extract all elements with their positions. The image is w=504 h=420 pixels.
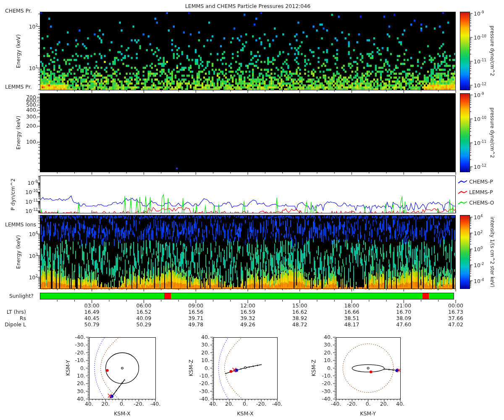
orbit-y-tick-label: 40. — [201, 335, 210, 340]
cb2-tick-label: 10-11 — [474, 140, 486, 146]
cb2-tick-label: 10-9 — [474, 92, 484, 98]
cb1-tick-label: 10-10 — [474, 34, 486, 41]
orbit-x-tick-label: -20. — [134, 402, 144, 407]
chems-pressure-spectrogram — [40, 12, 456, 90]
time-tick-label: 21:00 — [396, 303, 411, 309]
orbit-x-tick-label: 0. — [243, 402, 248, 407]
legend-label-chems-o: CHEMS-O — [469, 200, 494, 206]
orbit-y-tick-label: 40. — [77, 396, 85, 402]
orbit-x-tick-label: 40. — [85, 402, 93, 407]
cb2-tick-label: 10-10 — [474, 116, 486, 122]
orbit-x-tick-label: -20. — [256, 402, 266, 407]
orbit-y-tick-label: -10. — [75, 358, 85, 363]
orbit-y-tick-label: -40. — [322, 396, 332, 402]
orbit-plot-ksmy-ksmz — [336, 337, 400, 399]
pressure-tick-label: 10-9 — [28, 180, 38, 186]
orbit-x-tick-label: -40. — [150, 402, 160, 407]
orbit-y-tick-label: -30. — [200, 388, 210, 394]
pressure-line-plot — [40, 176, 456, 213]
panel-label-chems-pr: CHEMS Pr. — [5, 8, 32, 14]
orbit-y-tick-label: -30. — [322, 388, 332, 394]
energy-tick-label: 300. — [26, 114, 38, 120]
orbit-x-tick-label: -40. — [331, 402, 341, 407]
cb3-tick-label: 102 — [474, 230, 483, 236]
row-value: 39.71 — [188, 316, 203, 321]
orbit-y-tick-label: 20. — [201, 350, 210, 356]
pressure-colorbar-middle — [460, 93, 470, 172]
row-value: 38.09 — [396, 316, 411, 321]
row-value: 40.45 — [84, 316, 100, 321]
row-value: 38.51 — [344, 316, 360, 321]
orbit-x-tick-label: 40. — [396, 402, 404, 407]
orbit-y-tick-label: -20. — [322, 381, 332, 386]
sunlight-off-segment — [164, 293, 171, 299]
cb1-tick-label: 10-11 — [474, 58, 486, 65]
sunlight-off-segment — [423, 293, 429, 299]
cb3-tick-label: 10-2 — [474, 262, 484, 268]
row-value: 16.66 — [344, 310, 360, 315]
orbit3-ylabel: KSM-Z — [311, 360, 317, 376]
pressure-tick-label: 10-11 — [25, 198, 38, 205]
orbit2-ylabel: KSM-Z — [189, 360, 194, 376]
orbit-y-tick-label: -20. — [200, 381, 210, 386]
energy-tick-label: 100. — [26, 139, 38, 145]
orbit-y-tick-label: 20. — [77, 381, 85, 386]
colorbar-label-pressure-1: pressure dyne/cm^2 — [489, 26, 494, 76]
colorbar-label-intensity: intensity 1/(s cm^2 ster keV) — [489, 217, 494, 288]
legend-label-lemms-p: LEMMS-P — [469, 190, 493, 195]
energy-tick-label: 102 — [29, 274, 38, 281]
legend-label-chems-p: CHEMS-P — [469, 179, 493, 185]
row-value: 47.60 — [396, 322, 411, 328]
orbit1-xlabel: KSM-X — [114, 411, 130, 417]
orbit3-xlabel: KSM-Y — [360, 411, 376, 417]
row-value: 37.66 — [448, 316, 463, 321]
orbit-plot-ksmx-ksmy — [89, 337, 155, 399]
energy-tick-label: 400. — [26, 108, 38, 113]
panel-label-lemms-pr: LEMMS Pr. — [5, 84, 32, 90]
orbit-y-tick-label: 30. — [77, 388, 85, 394]
energy-tick-label: 103 — [29, 252, 38, 259]
orbit-y-tick-label: 10. — [77, 373, 85, 379]
row-value: 49.78 — [188, 322, 203, 328]
orbit1-ylabel: KSM-Y — [66, 360, 71, 376]
time-tick-label: 12:00 — [240, 303, 255, 309]
orbit-plot-ksmx-ksmz — [213, 337, 277, 399]
orbit-x-tick-label: 20. — [102, 402, 110, 407]
orbit-y-tick-label: -30. — [75, 342, 85, 348]
orbit-x-tick-label: -40. — [272, 402, 282, 407]
orbit-x-tick-label: -20. — [347, 402, 357, 407]
cb3-tick-label: 100 — [474, 246, 483, 252]
intensity-colorbar — [460, 215, 470, 289]
cb1-tick-label: 10-12 — [474, 82, 486, 89]
pressure-colorbar-top — [460, 12, 470, 90]
lemms-pressure-spectrogram — [40, 93, 456, 172]
pressure-tick-label: 10-10 — [25, 189, 38, 195]
cb3-tick-label: 10-4 — [474, 278, 484, 284]
orbit-y-tick-label: 0. — [80, 365, 85, 371]
row-value: 47.02 — [448, 322, 463, 328]
row-value: 16.59 — [240, 310, 255, 315]
orbit-y-tick-label: -40. — [75, 335, 85, 340]
orbit-y-tick-label: -40. — [200, 396, 210, 402]
row-value: 38.92 — [292, 316, 307, 321]
row-value: 16.73 — [448, 310, 463, 315]
energy-tick-label: 104 — [29, 231, 38, 237]
orbit-x-tick-label: 20. — [225, 402, 234, 407]
time-tick-label: 03:00 — [84, 303, 100, 309]
row-value: 50.29 — [136, 322, 152, 328]
lemms-ions-spectrogram — [40, 215, 456, 289]
cb2-tick-label: 10-12 — [474, 164, 486, 170]
time-tick-label: 00:00 — [448, 303, 463, 309]
axis-label-energy-3: Energy (keV) — [16, 235, 21, 269]
cb3-tick-label: 104 — [474, 214, 483, 220]
orbit-y-tick-label: 10. — [201, 358, 210, 363]
orbit-x-tick-label: 40. — [209, 402, 218, 407]
sunlight-status-bar — [40, 293, 454, 299]
orbit-y-tick-label: 30. — [201, 342, 210, 348]
row-value: 16.62 — [292, 310, 307, 315]
time-tick-label: 15:00 — [292, 303, 307, 309]
orbit-y-tick-label: -10. — [200, 373, 210, 379]
energy-tick-label: 102 — [29, 24, 38, 30]
pressure-tick-label: 10-12 — [25, 208, 38, 214]
cb1-tick-label: 10-9 — [474, 10, 484, 17]
